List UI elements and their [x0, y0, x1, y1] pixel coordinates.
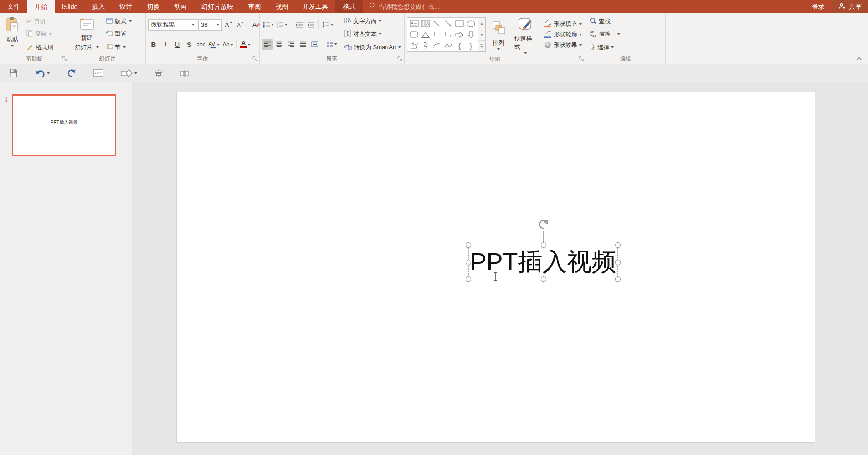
increase-indent-button[interactable] — [305, 19, 316, 30]
shape-arrow-icon[interactable] — [442, 18, 454, 29]
italic-button[interactable]: I — [160, 39, 171, 50]
decrease-font-size-button[interactable]: A — [235, 19, 246, 30]
copy-button[interactable]: 复制 — [24, 29, 56, 39]
shape-rounded-rectangle-icon[interactable] — [408, 29, 420, 40]
shapes-button[interactable] — [117, 67, 141, 79]
tab-insert[interactable]: 插入 — [85, 0, 112, 13]
share-button[interactable]: 共享 — [832, 0, 868, 13]
save-button[interactable] — [5, 67, 21, 79]
align-center-button[interactable] — [274, 39, 285, 50]
shapes-more-icon[interactable] — [478, 41, 485, 51]
justify-button[interactable] — [298, 39, 308, 50]
select-button[interactable]: 选择 — [588, 42, 621, 52]
shape-fill-button[interactable]: 形状填充 — [543, 19, 583, 30]
paste-button[interactable]: 粘贴 — [2, 15, 22, 54]
shape-elbow-arrow-connector-icon[interactable] — [442, 29, 454, 40]
shape-right-brace-icon[interactable]: } — [465, 40, 477, 51]
resize-handle-top-left[interactable] — [466, 242, 471, 248]
shape-left-brace-icon[interactable]: { — [454, 40, 465, 51]
format-painter-button[interactable]: 格式刷 — [24, 42, 56, 52]
shape-rectangle-icon[interactable] — [454, 18, 465, 29]
align-text-button[interactable]: 对齐文本 — [343, 29, 402, 39]
tab-islide[interactable]: iSlide — [55, 0, 85, 13]
clipboard-dialog-launcher-icon[interactable] — [62, 56, 67, 62]
cut-button[interactable]: ✂ 剪切 — [24, 16, 56, 26]
arrange-button[interactable]: 排列 — [488, 19, 509, 51]
shape-down-arrow-icon[interactable] — [465, 29, 477, 40]
increase-font-size-button[interactable]: A — [223, 19, 234, 30]
resize-handle-middle-right[interactable] — [615, 260, 621, 265]
slide-editing-surface[interactable]: PPT插入视频 — [176, 92, 815, 443]
shapes-dropdown-icon[interactable] — [134, 72, 137, 74]
resize-handle-top-right[interactable] — [615, 242, 621, 248]
shape-arc-icon[interactable] — [431, 40, 442, 51]
tab-review[interactable]: 审阅 — [241, 0, 268, 13]
character-spacing-button[interactable]: AV — [207, 39, 221, 50]
paste-dropdown-icon[interactable] — [11, 45, 14, 47]
tab-design[interactable]: 设计 — [112, 0, 139, 13]
tab-home[interactable]: 开始 — [27, 0, 55, 13]
shape-text-box-icon[interactable]: A — [408, 18, 420, 29]
tell-me-box[interactable]: 告诉我您想要做什么... — [363, 0, 446, 13]
undo-dropdown-icon[interactable] — [47, 72, 50, 74]
text-direction-button[interactable]: A 文字方向 — [343, 16, 402, 26]
rotation-handle-icon[interactable] — [537, 219, 550, 233]
shape-right-arrow-icon[interactable] — [454, 29, 465, 40]
new-slide-dropdown-icon[interactable] — [96, 46, 99, 48]
tab-format[interactable]: 格式 — [335, 0, 363, 13]
shape-oval-icon[interactable] — [465, 18, 477, 29]
copy-dropdown-icon[interactable] — [49, 33, 52, 35]
resize-handle-middle-left[interactable] — [466, 260, 471, 265]
shape-freeform-icon[interactable] — [408, 40, 420, 51]
redo-button[interactable] — [63, 67, 80, 79]
shape-outline-button[interactable]: 形状轮廓 — [543, 30, 583, 40]
shape-scribble-icon[interactable] — [420, 40, 431, 51]
replace-button[interactable]: abac 替换 — [588, 29, 621, 40]
section-button[interactable]: 节 — [104, 42, 134, 52]
drawing-dialog-launcher-icon[interactable] — [578, 56, 584, 62]
underline-button[interactable]: U — [172, 39, 183, 50]
shape-vertical-text-box-icon[interactable]: A — [420, 18, 431, 29]
font-color-button[interactable]: A — [239, 39, 252, 50]
tab-view[interactable]: 视图 — [268, 0, 295, 13]
font-name-combobox[interactable]: 微软雅黑 — [148, 19, 197, 31]
change-case-button[interactable]: Aa — [221, 39, 234, 50]
line-spacing-button[interactable] — [321, 19, 334, 30]
decrease-indent-button[interactable] — [293, 19, 304, 30]
new-slide-button[interactable]: 新建 幻灯片 — [72, 15, 102, 54]
undo-button[interactable] — [31, 67, 53, 79]
quick-styles-button[interactable]: 快速样式 — [511, 15, 539, 55]
align-right-button[interactable] — [286, 39, 297, 50]
align-center-objects-button[interactable] — [151, 67, 166, 79]
find-button[interactable]: 查找 — [588, 16, 621, 27]
tab-animations[interactable]: 动画 — [167, 0, 194, 13]
align-left-button[interactable] — [262, 39, 273, 50]
font-dialog-launcher-icon[interactable] — [252, 56, 258, 62]
tab-transitions[interactable]: 切换 — [139, 0, 167, 13]
tab-developer[interactable]: 开发工具 — [295, 0, 335, 13]
resize-handle-bottom-left[interactable] — [466, 276, 471, 282]
paragraph-dialog-launcher-icon[interactable] — [397, 56, 403, 62]
shape-line-icon[interactable] — [431, 18, 442, 29]
text-box-content[interactable]: PPT插入视频 — [470, 245, 616, 279]
tab-file[interactable]: 文件 — [0, 0, 27, 13]
reset-button[interactable]: 重置 — [104, 29, 134, 39]
collapse-ribbon-icon[interactable] — [857, 54, 862, 62]
text-box-button[interactable]: A — [90, 67, 107, 79]
resize-handle-bottom-center[interactable] — [541, 276, 546, 282]
distribute-objects-button[interactable] — [176, 67, 193, 79]
quick-styles-dropdown-icon[interactable] — [524, 52, 527, 54]
layout-dropdown-icon[interactable] — [129, 20, 132, 22]
distribute-text-button[interactable] — [309, 39, 320, 50]
text-shadow-button[interactable]: S — [184, 39, 195, 50]
sign-in-button[interactable]: 登录 — [805, 0, 832, 13]
shape-triangle-icon[interactable] — [420, 29, 431, 40]
shapes-scroll-down-icon[interactable]: ▼ — [478, 29, 485, 41]
arrange-dropdown-icon[interactable] — [497, 48, 500, 50]
bold-button[interactable]: B — [148, 39, 159, 50]
numbering-button[interactable]: 123 — [276, 19, 288, 30]
resize-handle-top-center[interactable] — [541, 242, 546, 248]
shape-effects-button[interactable]: 形状效果 — [543, 40, 583, 51]
tab-slideshow[interactable]: 幻灯片放映 — [194, 0, 241, 13]
columns-button[interactable] — [325, 39, 338, 50]
